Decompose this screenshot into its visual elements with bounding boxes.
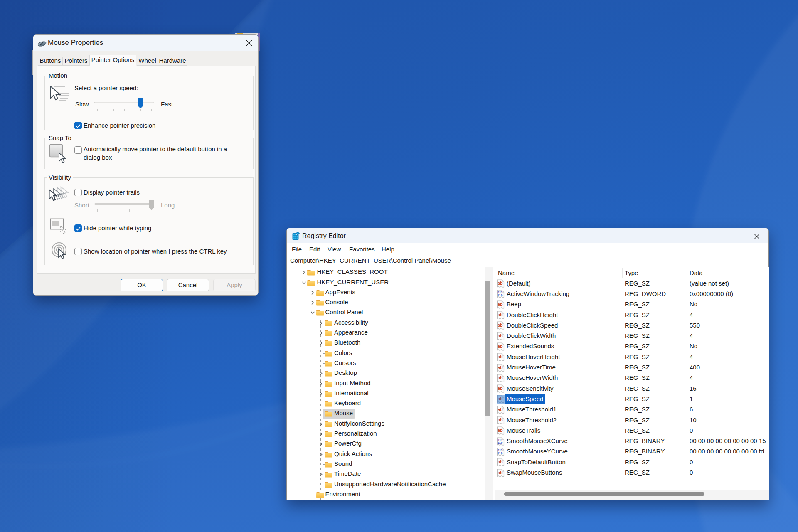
svg-text:110: 110 [498, 451, 503, 455]
svg-text:ab: ab [498, 365, 503, 370]
svg-text:ab: ab [498, 417, 503, 422]
svg-text:110: 110 [498, 293, 503, 297]
svg-text:ab: ab [498, 386, 503, 391]
svg-text:ab: ab [498, 323, 503, 328]
svg-text:ab: ab [498, 354, 503, 359]
svg-text:110: 110 [498, 441, 503, 445]
svg-text:ab: ab [498, 428, 503, 433]
svg-text:ab: ab [498, 459, 503, 464]
svg-text:ab: ab [498, 312, 503, 317]
svg-text:ab: ab [498, 302, 503, 307]
svg-text:ab: ab [498, 375, 503, 380]
svg-text:ab: ab [498, 281, 503, 286]
svg-text:ab: ab [498, 470, 503, 475]
svg-text:ab: ab [498, 344, 503, 349]
svg-text:ab: ab [498, 407, 503, 412]
svg-text:ab: ab [498, 333, 503, 338]
